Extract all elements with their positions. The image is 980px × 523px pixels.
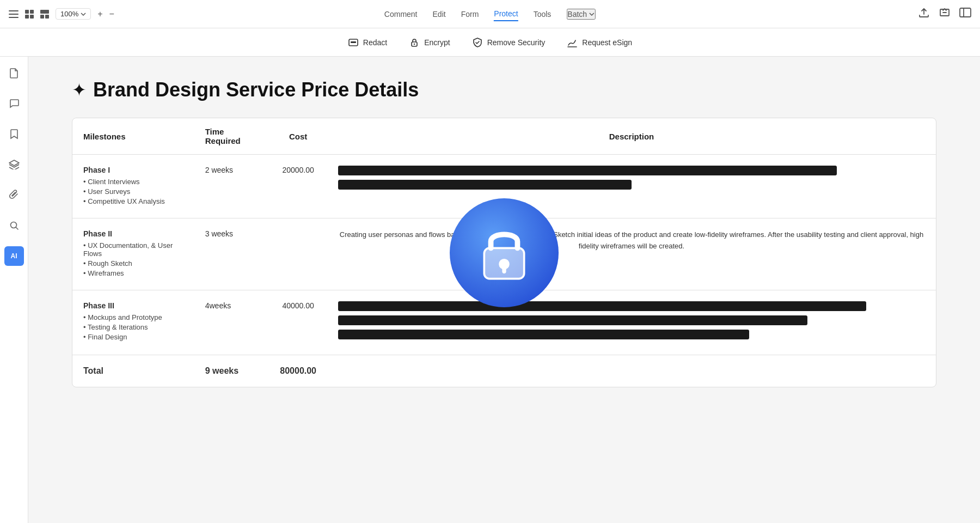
redacted-bar	[338, 315, 807, 325]
list-item: Mockups and Prototype	[83, 313, 183, 321]
zoom-level: 100%	[60, 10, 78, 18]
remove-security-btn[interactable]: Remove Security	[472, 37, 546, 48]
phase1-time: 2 weeks	[194, 155, 270, 218]
svg-rect-1	[9, 14, 19, 15]
price-table-container: Milestones Time Required Cost Descriptio…	[72, 118, 936, 387]
svg-rect-6	[30, 15, 34, 19]
zoom-control[interactable]: 100%	[56, 8, 91, 20]
sidebar-comment-btn[interactable]	[4, 94, 24, 113]
menu-tools[interactable]: Tools	[534, 8, 552, 21]
phase2-title: Phase II	[83, 229, 183, 238]
top-navigation: 100% + − Comment Edit Form Protect Tools…	[0, 0, 980, 28]
total-cost: 80000.00	[269, 355, 327, 387]
svg-rect-4	[30, 10, 34, 14]
phase3-milestones: Phase III Mockups and Prototype Testing …	[72, 290, 194, 355]
redact-icon	[348, 37, 359, 48]
shield-icon	[472, 37, 483, 48]
nav-right-controls	[918, 7, 971, 21]
sidebar-bookmark-btn[interactable]	[4, 124, 24, 144]
phase1-desc	[327, 155, 936, 218]
sidebar-ai-btn[interactable]: AI	[4, 246, 24, 266]
encrypt-lock-icon	[409, 37, 420, 48]
phase2-desc: Creating user personas and flows based o…	[327, 218, 936, 290]
phase3-cost: 40000.00	[269, 290, 327, 355]
menu-batch[interactable]: Batch	[566, 9, 596, 20]
sidebar-toggle-btn[interactable]	[9, 10, 19, 18]
menu-comment[interactable]: Comment	[384, 8, 418, 21]
sparkle-icon: ✦	[72, 80, 87, 100]
protect-toolbar: Redact Encrypt Remove Security Request e…	[0, 28, 980, 57]
encrypt-btn[interactable]: Encrypt	[409, 37, 450, 48]
col-header-description: Description	[327, 118, 936, 155]
phase3-items: Mockups and Prototype Testing & Iteratio…	[83, 313, 183, 341]
main-menu: Comment Edit Form Protect Tools Batch	[384, 7, 596, 21]
svg-rect-9	[45, 15, 49, 19]
sidebar-document-btn[interactable]	[4, 63, 24, 83]
document-title: Brand Design Service Price Details	[93, 78, 419, 101]
total-time: 9 weeks	[194, 355, 270, 387]
list-item: UX Documentation, & User Flows	[83, 241, 183, 258]
col-header-cost: Cost	[269, 118, 327, 155]
phase1-cost: 20000.00	[269, 155, 327, 218]
svg-rect-13	[351, 41, 356, 43]
panel-btn[interactable]	[959, 8, 971, 20]
list-item: Wireframes	[83, 269, 183, 277]
zoom-in-btn[interactable]: +	[97, 9, 102, 19]
total-desc	[327, 355, 936, 387]
sidebar-attachment-btn[interactable]	[4, 185, 24, 205]
list-item: Testing & Iterations	[83, 323, 183, 331]
redacted-bar	[338, 301, 866, 311]
list-item: Competitive UX Analysis	[83, 197, 183, 205]
svg-rect-3	[25, 10, 29, 14]
redacted-bar	[338, 180, 632, 190]
phase2-time: 3 weeks	[194, 218, 270, 290]
lock-overlay	[450, 198, 559, 307]
svg-rect-19	[502, 266, 506, 273]
menu-form[interactable]: Form	[461, 8, 479, 21]
redact-btn[interactable]: Redact	[348, 37, 387, 48]
phase2-cost	[269, 218, 327, 290]
list-item: User Surveys	[83, 187, 183, 196]
sidebar-layers-btn[interactable]	[4, 155, 24, 174]
phase1-items: Client Interviews User Surveys Competiti…	[83, 178, 183, 205]
nav-left-controls: 100% + −	[9, 8, 114, 20]
esign-icon	[567, 37, 578, 48]
menu-protect[interactable]: Protect	[494, 7, 518, 21]
share-btn[interactable]	[939, 7, 951, 21]
col-header-milestones: Milestones	[72, 118, 194, 155]
svg-rect-10	[960, 8, 971, 17]
redacted-bar	[338, 330, 749, 339]
phase1-milestones: Phase I Client Interviews User Surveys C…	[72, 155, 194, 218]
svg-rect-0	[9, 10, 19, 11]
zoom-out-btn[interactable]: −	[109, 9, 114, 19]
lock-overlay-icon	[477, 223, 531, 283]
document-content: ✦ Brand Design Service Price Details Mil…	[28, 57, 980, 523]
layout-view-btn[interactable]	[40, 10, 49, 19]
list-item: Client Interviews	[83, 178, 183, 186]
grid-view-btn[interactable]	[25, 10, 34, 19]
list-item: Rough Sketch	[83, 259, 183, 267]
redacted-bar	[338, 166, 837, 175]
total-label: Total	[72, 355, 194, 387]
sidebar-search-btn[interactable]	[4, 216, 24, 235]
phase2-items: UX Documentation, & User Flows Rough Ske…	[83, 241, 183, 277]
upload-btn[interactable]	[918, 7, 930, 21]
svg-rect-8	[40, 15, 44, 19]
left-sidebar: AI	[0, 57, 28, 523]
phase3-desc	[327, 290, 936, 355]
phase3-title: Phase III	[83, 301, 183, 310]
request-esign-btn[interactable]: Request eSign	[567, 37, 632, 48]
svg-rect-5	[25, 15, 29, 19]
col-header-time: Time Required	[194, 118, 270, 155]
phase2-desc-text: Creating user personas and flows based o…	[340, 230, 923, 250]
phase2-milestones: Phase II UX Documentation, & User Flows …	[72, 218, 194, 290]
menu-edit[interactable]: Edit	[433, 8, 446, 21]
svg-rect-7	[40, 10, 49, 14]
total-row: Total 9 weeks 80000.00	[72, 355, 936, 387]
svg-rect-2	[9, 17, 19, 18]
phase3-time: 4weeks	[194, 290, 270, 355]
main-area: AI ✦ Brand Design Service Price Details	[0, 57, 980, 523]
table-header-row: Milestones Time Required Cost Descriptio…	[72, 118, 936, 155]
phase1-title: Phase I	[83, 166, 183, 174]
page-title-area: ✦ Brand Design Service Price Details	[72, 78, 419, 101]
